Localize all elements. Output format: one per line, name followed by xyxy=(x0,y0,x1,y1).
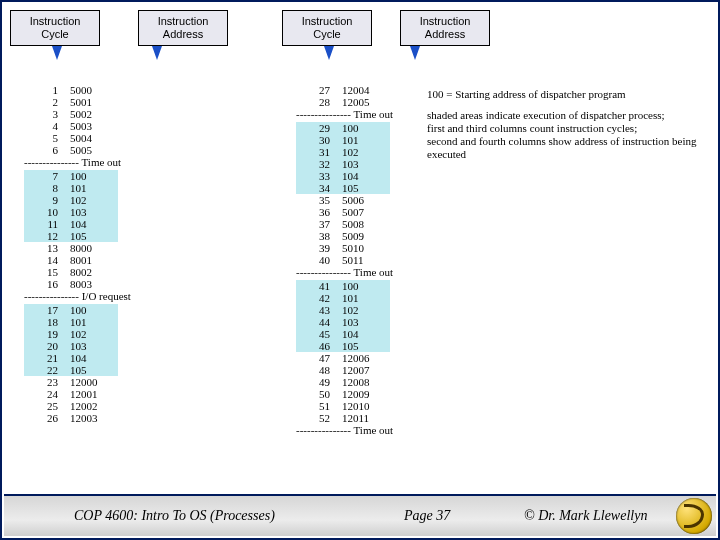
cycle-cell: 11 xyxy=(30,218,58,230)
address-cell: 5011 xyxy=(342,254,386,266)
separator-i/o-request: --------------- I/O request xyxy=(24,290,131,302)
cycle-cell: 38 xyxy=(302,230,330,242)
cycle-cell: 15 xyxy=(30,266,58,278)
notes-line1: 100 = Starting address of dispatcher pro… xyxy=(427,88,712,101)
address-cell: 5009 xyxy=(342,230,386,242)
cycle-cell: 36 xyxy=(302,206,330,218)
address-cell: 5003 xyxy=(70,120,114,132)
cycle-cell: 20 xyxy=(30,340,58,352)
cycle-cell: 50 xyxy=(302,388,330,400)
cycle-cell: 17 xyxy=(30,304,58,316)
header-instr-addr-1: Instruction Address xyxy=(138,10,228,46)
separator-time-out: --------------- Time out xyxy=(24,156,121,168)
notes-line2: shaded areas indicate execution of dispa… xyxy=(427,109,712,122)
address-cell: 5006 xyxy=(342,194,386,206)
hdr4-l2: Address xyxy=(425,28,465,40)
cycle-cell: 31 xyxy=(302,146,330,158)
cycle-cell: 35 xyxy=(302,194,330,206)
address-cell: 12001 xyxy=(70,388,114,400)
cycle-cell: 28 xyxy=(302,96,330,108)
cycle-cell: 39 xyxy=(302,242,330,254)
ucf-logo-icon xyxy=(676,498,712,534)
cycle-cell: 1 xyxy=(30,84,58,96)
slide: Instruction Cycle Instruction Address In… xyxy=(0,0,720,540)
address-cell: 8002 xyxy=(70,266,114,278)
address-cell: 103 xyxy=(342,316,386,328)
header-instr-cycle-2: Instruction Cycle xyxy=(282,10,372,46)
cycle-cell: 45 xyxy=(302,328,330,340)
notes: 100 = Starting address of dispatcher pro… xyxy=(427,88,712,161)
footer-course: COP 4600: Intro To OS (Processes) xyxy=(74,508,275,524)
address-cell: 102 xyxy=(342,304,386,316)
address-cell: 8000 xyxy=(70,242,114,254)
header-instr-cycle-1: Instruction Cycle xyxy=(10,10,100,46)
address-cell: 5000 xyxy=(70,84,114,96)
separator-time-out: --------------- Time out xyxy=(296,424,393,436)
address-cell: 12003 xyxy=(70,412,114,424)
footer: COP 4600: Intro To OS (Processes) Page 3… xyxy=(4,494,716,536)
notes-line3: first and third columns count instructio… xyxy=(427,122,712,135)
cycle-cell: 42 xyxy=(302,292,330,304)
address-cell: 12011 xyxy=(342,412,386,424)
address-cell: 104 xyxy=(342,328,386,340)
address-cell: 5002 xyxy=(70,108,114,120)
footer-author: © Dr. Mark Llewellyn xyxy=(524,508,647,524)
cycle-cell: 48 xyxy=(302,364,330,376)
cycle-cell: 5 xyxy=(30,132,58,144)
cycle-cell: 27 xyxy=(302,84,330,96)
cycle-cell: 23 xyxy=(30,376,58,388)
arrow-down-icon xyxy=(52,46,62,60)
address-cell: 5007 xyxy=(342,206,386,218)
address-cell: 103 xyxy=(342,158,386,170)
address-cell: 100 xyxy=(70,170,114,182)
address-cell: 100 xyxy=(342,122,386,134)
address-cell: 12008 xyxy=(342,376,386,388)
address-cell: 103 xyxy=(70,340,114,352)
address-cell: 5008 xyxy=(342,218,386,230)
header-instr-addr-2: Instruction Address xyxy=(400,10,490,46)
cycle-cell: 9 xyxy=(30,194,58,206)
address-cell: 102 xyxy=(70,194,114,206)
cycle-cell: 22 xyxy=(30,364,58,376)
cycle-cell: 41 xyxy=(302,280,330,292)
address-cell: 12010 xyxy=(342,400,386,412)
address-cell: 101 xyxy=(70,316,114,328)
cycle-cell: 25 xyxy=(30,400,58,412)
cycle-cell: 26 xyxy=(30,412,58,424)
hdr2-l1: Instruction xyxy=(158,15,209,27)
address-cell: 102 xyxy=(70,328,114,340)
address-cell: 5010 xyxy=(342,242,386,254)
address-cell: 100 xyxy=(342,280,386,292)
address-cell: 105 xyxy=(70,230,114,242)
cycle-cell: 46 xyxy=(302,340,330,352)
address-cell: 8003 xyxy=(70,278,114,290)
address-cell: 12004 xyxy=(342,84,386,96)
cycle-cell: 14 xyxy=(30,254,58,266)
address-cell: 12006 xyxy=(342,352,386,364)
cycle-cell: 4 xyxy=(30,120,58,132)
cycle-cell: 18 xyxy=(30,316,58,328)
address-cell: 105 xyxy=(342,340,386,352)
hdr2-l2: Address xyxy=(163,28,203,40)
cycle-cell: 3 xyxy=(30,108,58,120)
address-cell: 104 xyxy=(342,170,386,182)
cycle-cell: 43 xyxy=(302,304,330,316)
cycle-cell: 6 xyxy=(30,144,58,156)
cycle-cell: 32 xyxy=(302,158,330,170)
address-cell: 100 xyxy=(70,304,114,316)
cycle-cell: 34 xyxy=(302,182,330,194)
separator-time-out: --------------- Time out xyxy=(296,108,393,120)
address-cell: 104 xyxy=(70,352,114,364)
hdr1-l2: Cycle xyxy=(41,28,69,40)
arrow-down-icon xyxy=(152,46,162,60)
notes-line4: second and fourth columns show address o… xyxy=(427,135,712,161)
arrow-down-icon xyxy=(324,46,334,60)
address-cell: 5005 xyxy=(70,144,114,156)
cycle-cell: 29 xyxy=(302,122,330,134)
hdr1-l1: Instruction xyxy=(30,15,81,27)
address-cell: 5001 xyxy=(70,96,114,108)
address-cell: 101 xyxy=(342,134,386,146)
hdr3-l1: Instruction xyxy=(302,15,353,27)
cycle-cell: 33 xyxy=(302,170,330,182)
cycle-cell: 13 xyxy=(30,242,58,254)
